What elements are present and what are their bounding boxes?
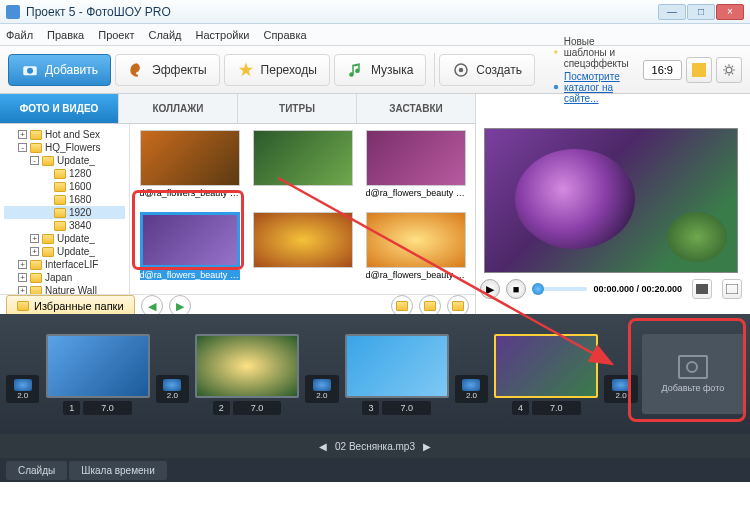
slide-thumb bbox=[195, 334, 299, 398]
timeline-slide[interactable]: 47.0 bbox=[492, 334, 600, 415]
stop-button[interactable]: ■ bbox=[506, 279, 526, 299]
audio-track-bar[interactable]: ◀ 02 Веснянка.mp3 ▶ bbox=[0, 434, 750, 458]
tree-label: Hot and Sex bbox=[45, 129, 100, 140]
expand-icon[interactable]: - bbox=[18, 143, 27, 152]
timeline[interactable]: 2.017.02.027.02.037.02.047.02.0Добавьте … bbox=[0, 314, 750, 434]
svg-point-6 bbox=[726, 67, 732, 73]
thumbnail-image bbox=[140, 212, 240, 268]
rect-icon bbox=[692, 63, 706, 77]
thumbnail-caption: d@ra_flowers_beauty (33... bbox=[140, 188, 240, 198]
effects-button[interactable]: Эффекты bbox=[115, 54, 220, 86]
audio-track-label: 02 Веснянка.mp3 bbox=[335, 441, 415, 452]
minimize-button[interactable]: — bbox=[658, 4, 686, 20]
tab-photo-video[interactable]: ФОТО И ВИДЕО bbox=[0, 94, 119, 123]
tree-node[interactable]: 1680 bbox=[4, 193, 125, 206]
tab-titles[interactable]: ТИТРЫ bbox=[238, 94, 357, 123]
expand-icon[interactable]: - bbox=[30, 156, 39, 165]
thumbnail-caption: d@ra_flowers_beauty (46... bbox=[140, 270, 240, 280]
menu-edit[interactable]: Правка bbox=[47, 29, 84, 41]
slide-thumb bbox=[345, 334, 449, 398]
transition-slot[interactable]: 2.0 bbox=[305, 375, 338, 403]
tree-node[interactable]: +Update_ bbox=[4, 232, 125, 245]
menu-slide[interactable]: Слайд bbox=[148, 29, 181, 41]
progress-slider[interactable] bbox=[532, 287, 587, 291]
fullscreen-button[interactable] bbox=[722, 279, 742, 299]
transition-dur: 2.0 bbox=[17, 391, 28, 400]
thumbnail[interactable]: d@ra_flowers_beauty (47... bbox=[362, 212, 469, 288]
prev-track-icon[interactable]: ◀ bbox=[319, 441, 327, 452]
promo-link[interactable]: Посмотрите каталог на сайте... bbox=[564, 71, 637, 104]
slide-duration[interactable]: 7.0 bbox=[83, 401, 132, 415]
tree-node[interactable]: 1920 bbox=[4, 206, 125, 219]
menu-file[interactable]: Файл bbox=[6, 29, 33, 41]
expand-icon[interactable]: + bbox=[30, 247, 39, 256]
tab-splash[interactable]: ЗАСТАВКИ bbox=[357, 94, 476, 123]
browser-column: +Hot and Sex-HQ_Flowers-Update_128016001… bbox=[0, 124, 476, 314]
expand-icon[interactable]: + bbox=[18, 130, 27, 139]
slide-duration[interactable]: 7.0 bbox=[233, 401, 282, 415]
settings-gear-button[interactable] bbox=[716, 57, 742, 83]
add-button[interactable]: Добавить bbox=[8, 54, 111, 86]
aspect-ratio[interactable]: 16:9 bbox=[643, 60, 682, 80]
transition-icon bbox=[612, 379, 630, 391]
tab-collages[interactable]: КОЛЛАЖИ bbox=[119, 94, 238, 123]
transition-slot[interactable]: 2.0 bbox=[156, 375, 189, 403]
folder-tree[interactable]: +Hot and Sex-HQ_Flowers-Update_128016001… bbox=[0, 124, 130, 294]
timeline-slide[interactable]: 37.0 bbox=[343, 334, 451, 415]
maximize-button[interactable]: □ bbox=[687, 4, 715, 20]
folder-icon bbox=[30, 286, 42, 295]
tree-label: 3840 bbox=[69, 220, 91, 231]
tree-node[interactable]: -Update_ bbox=[4, 154, 125, 167]
slide-duration[interactable]: 7.0 bbox=[382, 401, 431, 415]
add-photo-label: Добавьте фото bbox=[662, 383, 725, 393]
expand-icon[interactable]: + bbox=[30, 234, 39, 243]
thumbnail[interactable]: d@ra_flowers_beauty (45... bbox=[362, 130, 469, 206]
tree-node[interactable]: +Japan bbox=[4, 271, 125, 284]
transitions-button[interactable]: Переходы bbox=[224, 54, 330, 86]
thumbnail-grid[interactable]: d@ra_flowers_beauty (33...d@ra_flowers_b… bbox=[130, 124, 475, 294]
folder-icon bbox=[30, 260, 42, 270]
bg-color-button[interactable] bbox=[686, 57, 712, 83]
tree-node[interactable]: 1600 bbox=[4, 180, 125, 193]
menu-help[interactable]: Справка bbox=[263, 29, 306, 41]
tree-node[interactable]: +InterfaceLIF bbox=[4, 258, 125, 271]
slide-duration[interactable]: 7.0 bbox=[532, 401, 581, 415]
create-button[interactable]: Создать bbox=[439, 54, 535, 86]
slide-thumb bbox=[494, 334, 598, 398]
tree-node[interactable]: +Nature Wall bbox=[4, 284, 125, 294]
globe-icon bbox=[553, 81, 559, 93]
timeline-slide[interactable]: 17.0 bbox=[43, 334, 151, 415]
view-timeline-button[interactable]: Шкала времени bbox=[69, 461, 166, 480]
svg-point-1 bbox=[27, 67, 33, 73]
timeline-slide[interactable]: 27.0 bbox=[193, 334, 301, 415]
play-button[interactable]: ▶ bbox=[480, 279, 500, 299]
thumbnail[interactable]: d@ra_flowers_beauty (46... bbox=[136, 212, 243, 288]
music-button[interactable]: Музыка bbox=[334, 54, 426, 86]
expand-icon[interactable]: + bbox=[18, 273, 27, 282]
add-photo-slot[interactable]: Добавьте фото bbox=[642, 334, 744, 414]
transition-slot[interactable]: 2.0 bbox=[604, 375, 637, 403]
view-slides-button[interactable]: Слайды bbox=[6, 461, 67, 480]
thumbnail[interactable]: d@ra_flowers_beauty (33... bbox=[136, 130, 243, 206]
close-button[interactable]: × bbox=[716, 4, 744, 20]
next-track-icon[interactable]: ▶ bbox=[423, 441, 431, 452]
transition-icon bbox=[313, 379, 331, 391]
transition-slot[interactable]: 2.0 bbox=[6, 375, 39, 403]
tree-node[interactable]: -HQ_Flowers bbox=[4, 141, 125, 154]
transition-slot[interactable]: 2.0 bbox=[455, 375, 488, 403]
menu-project[interactable]: Проект bbox=[98, 29, 134, 41]
svg-rect-5 bbox=[692, 63, 706, 77]
expand-icon[interactable]: + bbox=[18, 286, 27, 294]
tree-node[interactable]: +Update_ bbox=[4, 245, 125, 258]
tree-node[interactable]: +Hot and Sex bbox=[4, 128, 125, 141]
menu-settings[interactable]: Настройки bbox=[196, 29, 250, 41]
tree-node[interactable]: 1280 bbox=[4, 167, 125, 180]
thumbnail[interactable] bbox=[249, 212, 356, 288]
folder-icon bbox=[54, 195, 66, 205]
thumbnail[interactable] bbox=[249, 130, 356, 206]
snapshot-button[interactable] bbox=[692, 279, 712, 299]
expand-icon[interactable]: + bbox=[18, 260, 27, 269]
tree-node[interactable]: 3840 bbox=[4, 219, 125, 232]
tree-label: Japan bbox=[45, 272, 72, 283]
fullscreen-icon bbox=[726, 284, 738, 294]
